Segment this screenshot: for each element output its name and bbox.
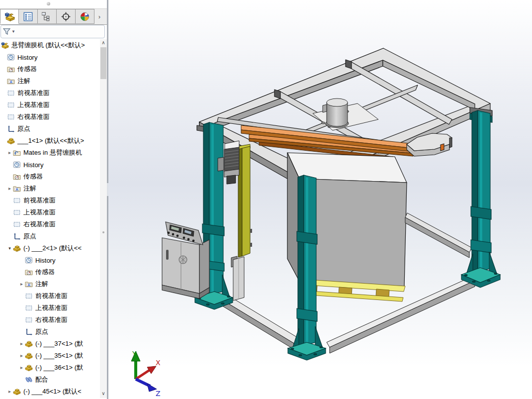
- tree-item[interactable]: 右视基准面: [0, 111, 99, 123]
- graphics-viewport[interactable]: Y X Z: [108, 0, 532, 399]
- tree-item[interactable]: 上视基准面: [0, 99, 99, 111]
- tree-item[interactable]: ▾(-) ___2<1> (默认<<: [0, 242, 99, 254]
- tree-item[interactable]: 传感器: [0, 63, 99, 75]
- tree-item-label: 右视基准面: [35, 315, 68, 324]
- expand-arrow-icon[interactable]: ▸: [6, 147, 13, 159]
- tree-item-label: 注解: [23, 184, 36, 193]
- tree-item[interactable]: 前视基准面: [0, 87, 99, 99]
- tab-dimxpertmanager[interactable]: [57, 9, 76, 24]
- orientation-triad: Y X Z: [131, 350, 161, 398]
- tree-item[interactable]: 前视基准面: [0, 195, 99, 206]
- expand-arrow-icon[interactable]: ▾: [6, 242, 13, 254]
- tree-item[interactable]: ▸(-) ___36<1> (默: [0, 362, 99, 374]
- tree-item-label: Mates in 悬臂缠膜机: [23, 148, 82, 157]
- filter-funnel-icon[interactable]: [2, 27, 11, 36]
- tree-item[interactable]: ▸注解: [0, 278, 99, 290]
- part-icon: [13, 388, 21, 396]
- tree-item-label: 上视基准面: [23, 208, 56, 217]
- sensors-icon: [13, 173, 21, 181]
- expand-arrow-icon[interactable]: ▸: [18, 350, 25, 362]
- solidworks-window: { "app": {"title": "SolidWorks assembly …: [0, 0, 532, 399]
- tree-item-label: 前视基准面: [17, 89, 50, 98]
- tree-item[interactable]: 上视基准面: [0, 302, 99, 314]
- tree-item[interactable]: 原点: [0, 230, 99, 242]
- propertymanager-tab-icon: [23, 11, 33, 22]
- assembly-root-icon: [1, 41, 9, 49]
- expand-arrow-icon[interactable]: ▸: [18, 278, 25, 290]
- tree-item[interactable]: 传感器: [0, 171, 99, 183]
- tree-item-label: 原点: [17, 124, 30, 133]
- part-icon: [13, 244, 21, 252]
- tree-item[interactable]: 注解: [0, 75, 99, 87]
- tree-item-label: (-) ___35<1> (默: [35, 351, 83, 360]
- filter-caret-icon[interactable]: ▼: [11, 29, 15, 34]
- tab-configurationmanager[interactable]: [38, 9, 57, 24]
- part-icon: [25, 364, 33, 372]
- feature-manager-panel: › ▼ 悬臂缠膜机 (默认<<默认>History传感器注解前视基准面上视基准面…: [0, 0, 107, 399]
- tree-item[interactable]: ▸注解: [0, 183, 99, 195]
- tab-propertymanager[interactable]: [19, 9, 38, 24]
- tree-item-label: History: [35, 257, 55, 264]
- tree-item[interactable]: ▸(-) ___45<1> (默认<: [0, 386, 99, 398]
- scrollbar-dot: [102, 231, 104, 233]
- expand-arrow-icon[interactable]: ▸: [6, 386, 13, 398]
- tree-filter-row: ▼: [0, 25, 105, 38]
- tab-overflow-arrow[interactable]: ›: [94, 9, 104, 24]
- part-icon: [25, 352, 33, 360]
- film-carriage[interactable]: [231, 256, 244, 300]
- scroll-up-icon[interactable]: ∧: [100, 39, 107, 46]
- tree-item-label: 原点: [35, 327, 48, 336]
- tree-item[interactable]: 上视基准面: [0, 206, 99, 218]
- origin-icon: [7, 125, 15, 133]
- expand-arrow-icon[interactable]: ▸: [18, 338, 25, 350]
- configurationmanager-tab-icon: [42, 11, 52, 22]
- tree-item[interactable]: ▸(-) ___35<1> (默: [0, 350, 99, 362]
- tree-item[interactable]: ▸Mates in 悬臂缠膜机: [0, 147, 99, 159]
- plane-icon: [25, 292, 33, 300]
- scrollbar-thumb[interactable]: [100, 47, 106, 79]
- mates-icon: [25, 376, 33, 384]
- tree-item[interactable]: History: [0, 159, 99, 171]
- tab-featuremanager[interactable]: [0, 9, 19, 24]
- tree-item-label: 前视基准面: [23, 196, 56, 205]
- expand-arrow-icon[interactable]: ▸: [6, 183, 13, 195]
- tree-filter-box[interactable]: ▼: [0, 25, 105, 38]
- tab-displaymanager[interactable]: [76, 9, 94, 24]
- tree-item[interactable]: 右视基准面: [0, 314, 99, 326]
- annotations-icon: [7, 77, 15, 85]
- machine-model[interactable]: Y X Z: [108, 0, 532, 399]
- tree-item[interactable]: 前视基准面: [0, 290, 99, 302]
- tree-item-label: History: [17, 54, 37, 61]
- expand-arrow-icon[interactable]: ▸: [18, 362, 25, 374]
- plane-icon: [7, 113, 15, 121]
- annotations-icon: [13, 185, 21, 193]
- tree-item[interactable]: History: [0, 254, 99, 266]
- panel-collapse-handle[interactable]: [47, 2, 50, 5]
- tree-item[interactable]: 配合: [0, 374, 99, 386]
- tree-item[interactable]: 传感器: [0, 266, 99, 278]
- tree-scrollbar[interactable]: ∧ ∨: [100, 39, 107, 398]
- plane-icon: [25, 316, 33, 324]
- column-right[interactable]: [461, 110, 500, 288]
- plane-icon: [13, 197, 21, 204]
- history-icon: [13, 161, 21, 169]
- tree-item[interactable]: 右视基准面: [0, 218, 99, 230]
- filter-input[interactable]: [15, 26, 103, 37]
- control-cabinet[interactable]: [162, 222, 209, 299]
- origin-icon: [25, 328, 33, 336]
- tree-item-label: 右视基准面: [17, 112, 50, 121]
- tree-item[interactable]: History: [0, 51, 99, 63]
- base-beam-rear-right[interactable]: [405, 213, 472, 258]
- film-mast[interactable]: [238, 144, 252, 257]
- scroll-down-icon[interactable]: ∨: [100, 390, 107, 397]
- tree-item[interactable]: ___1<1> (默认<<默认>: [0, 135, 99, 147]
- tree-item-label: 传感器: [17, 65, 37, 74]
- tree-item[interactable]: ▸(-) ___37<1> (默: [0, 338, 99, 350]
- tree-item[interactable]: 原点: [0, 326, 99, 338]
- annotations-icon: [25, 280, 33, 288]
- triad-x-label: X: [156, 359, 161, 367]
- tree-item-label: 右视基准面: [23, 220, 56, 229]
- tree-item[interactable]: 悬臂缠膜机 (默认<<默认>: [0, 39, 99, 51]
- origin-icon: [13, 232, 21, 240]
- tree-item[interactable]: 原点: [0, 123, 99, 135]
